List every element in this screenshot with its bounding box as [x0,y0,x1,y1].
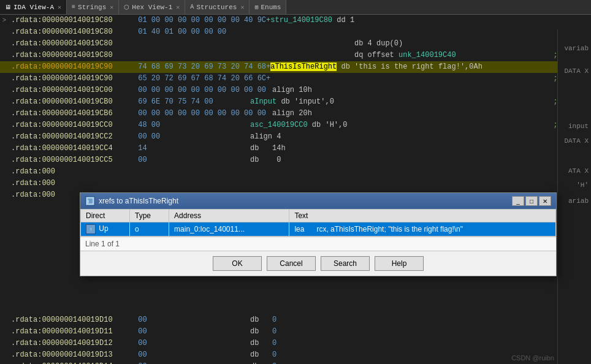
cell-direct: ↑ Up [81,222,130,237]
bytes: 00 [134,314,244,326]
asm-row[interactable]: .rdata:0000000140019CC0 48 00 asc_140019… [0,119,591,131]
tab-close-strings[interactable]: ✕ [110,4,113,11]
asm-text: align 20h [266,108,589,119]
asm-text: +stru_140019C80 dd 1 [266,15,584,26]
structures-icon: A [190,4,194,10]
svg-text:i: i [88,199,89,203]
asm-row[interactable]: .rdata:000 [0,178,591,189]
dialog-titlebar: i xrefs to aThisIsTheRight _ □ ✕ [80,193,556,209]
minimize-button[interactable]: _ [512,196,524,206]
table-row[interactable]: ↑ Up o main_0:loc_140011... lea rcx, aTh… [81,222,556,237]
margin-label-h: 'H' [576,181,589,189]
address: .rdata:000 [11,178,134,189]
hex-icon: ⬡ [124,4,129,11]
asm-row[interactable]: .rdata:0000000140019CB6 00 00 00 00 00 0… [0,108,591,119]
asm-row[interactable]: .rdata:0000000140019C00 00 00 00 00 00 0… [0,85,591,96]
dialog-footer: OK Cancel Search Help [80,251,556,276]
asm-row[interactable]: .rdata:000 [0,166,591,178]
tab-close-hex[interactable]: ✕ [176,4,180,11]
asm-row[interactable]: .rdata:0000000140019C80 db 4 dup(0) [0,38,591,50]
cell-address: main_0:loc_140011... [169,222,289,237]
asm-row-highlighted[interactable]: .rdata:0000000140019C90 74 68 69 73 20 6… [0,61,591,73]
tab-bar: 🖥 IDA View-A ✕ ≡ Strings ✕ ⬡ Hex View-1 … [0,0,591,15]
asm-text: aInput db 'input',0 [244,96,544,108]
enums-icon: ⊞ [254,4,258,11]
help-button[interactable]: Help [375,256,424,271]
xrefs-table: Direct Type Address Text ↑ Up o [80,209,556,237]
address: .rdata:0000000140019D10 [11,314,134,326]
bytes: 01 40 01 00 00 00 00 [134,26,244,38]
margin-label-data-x: DATA X [564,67,589,75]
asm-text: db 0 [244,338,589,349]
bytes: 00 [134,326,244,338]
asm-text: db 0 [244,326,589,338]
right-margin: DATA X variab input DATA X ATA X 'H' ari… [557,29,591,364]
bytes: 00 [134,361,244,364]
asm-row[interactable]: .rdata:0000000140019CB0 69 6E 70 75 74 0… [0,96,591,108]
maximize-button[interactable]: □ [525,196,538,206]
tab-ida-view[interactable]: 🖥 IDA View-A ✕ [0,0,67,14]
address: .rdata:0000000140019C90 [11,73,134,85]
margin-label-data-x2: DATA X [564,137,589,145]
address: .rdata:0000000140019C80 [11,26,134,38]
address: .rdata:0000000140019C90 [11,61,134,73]
address: .rdata:0000000140019C80 [11,50,134,61]
tab-enums[interactable]: ⊞ Enums [250,0,286,14]
tab-structures[interactable]: A Structures ✕ [185,0,250,14]
dialog-body: Direct Type Address Text ↑ Up o [80,209,556,237]
address: .rdata:0000000140019CB6 [11,108,134,119]
asm-text: dq offset unk_140019C40 [244,50,544,61]
address: .rdata:0000000140019D11 [11,326,134,338]
tab-hex-view[interactable]: ⬡ Hex View-1 ✕ [119,0,185,14]
tab-close-structures[interactable]: ✕ [240,4,244,11]
close-button[interactable]: ✕ [539,196,551,206]
row-arrow: > [2,15,11,26]
margin-label-variab: variab [564,45,589,52]
assembly-listing[interactable]: > .rdata:0000000140019C80 01 00 00 00 00… [0,15,591,364]
bytes: 00 00 00 00 00 00 00 00 00 00 [134,85,266,96]
search-button[interactable]: Search [321,256,370,271]
asm-row[interactable]: .rdata:0000000140019CC5 00 db 0 [0,154,591,166]
col-header-direct: Direct [81,210,130,222]
col-header-text: Text [289,210,556,222]
asm-row[interactable]: .rdata:0000000140019CC2 00 00 align 4 [0,131,591,143]
asm-text: asc_140019CC0 db 'H',0 [244,119,544,131]
asm-row[interactable]: .rdata:0000000140019C80 01 40 01 00 00 0… [0,26,591,38]
address: .rdata:0000000140019CC4 [11,143,134,154]
bytes: 48 00 [134,119,244,131]
asm-row[interactable]: .rdata:0000000140019C90 65 20 72 69 67 6… [0,73,591,85]
asm-row[interactable]: > .rdata:0000000140019C80 01 00 00 00 00… [0,15,591,26]
bytes: 14 [134,143,244,154]
address: .rdata:0000000140019CC0 [11,119,134,131]
col-header-address: Address [169,210,289,222]
asm-row[interactable]: .rdata:0000000140019D14 00 db 0 [0,361,591,364]
bytes: 00 [134,154,244,166]
margin-label-input: input [568,123,589,130]
watermark: CSDN @ruibn [511,354,554,362]
ida-view-icon: 🖥 [5,4,11,11]
dialog-title-text: xrefs to aThisIsTheRight [99,197,511,205]
bytes: 69 6E 70 75 74 00 [134,96,244,108]
asm-row[interactable]: .rdata:0000000140019D10 00 db 0 [0,314,591,326]
asm-row[interactable]: .rdata:0000000140019CC4 14 db 14h [0,143,591,154]
asm-row[interactable]: .rdata:0000000140019D13 00 db 0 [0,349,591,361]
xrefs-dialog[interactable]: i xrefs to aThisIsTheRight _ □ ✕ Direct … [80,192,557,276]
asm-text: aThisIsTheRight db 'this is the right fl… [270,61,589,73]
dialog-title-icon: i [85,196,95,206]
tab-close-ida[interactable]: ✕ [58,4,61,11]
asm-row[interactable]: .rdata:0000000140019D11 00 db 0 [0,326,591,338]
asm-row[interactable]: .rdata:0000000140019D12 00 db 0 [0,338,591,349]
address: .rdata:0000000140019CC2 [11,131,134,143]
bytes: 00 00 [134,131,244,143]
col-header-type: Type [130,210,169,222]
address: .rdata:000 [11,166,134,178]
bytes: 74 68 69 73 20 69 73 20 74 68+ [134,61,270,73]
bytes: 00 [134,338,244,349]
address: .rdata:0000000140019D12 [11,338,134,349]
ok-button[interactable]: OK [213,256,262,271]
cancel-button[interactable]: Cancel [267,256,316,271]
asm-row[interactable]: .rdata:0000000140019C80 dq offset unk_14… [0,50,591,61]
address: .rdata:0000000140019C00 [11,85,134,96]
tab-strings[interactable]: ≡ Strings ✕ [67,0,119,14]
address: .rdata:0000000140019C80 [11,15,134,26]
